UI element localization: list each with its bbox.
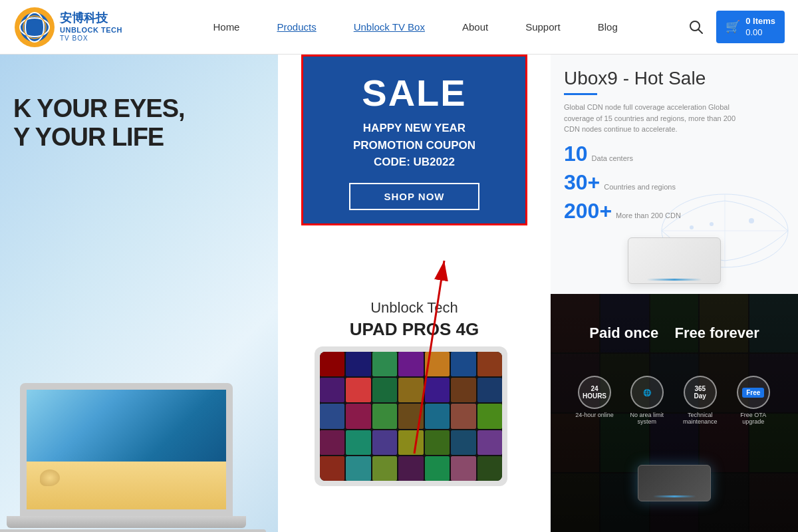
- tablet-cell: [477, 404, 502, 428]
- free-label: Free OTA upgrade: [733, 412, 773, 425]
- cart-items-count: 0 Items: [745, 16, 775, 27]
- tablet-cell: [346, 378, 370, 402]
- hero-line1: K YOUR EYES,: [13, 94, 185, 123]
- logo-text: 安博科技 UNBLOCK TECH TV BOX: [60, 11, 122, 43]
- tablet-cell: [320, 404, 344, 428]
- svg-line-5: [699, 29, 703, 33]
- paid-section: Paid once Free forever 24HOURS 24-hour o…: [551, 294, 798, 532]
- hero-line2: Y YOUR LIFE: [13, 123, 185, 152]
- tablet-cell: [346, 352, 370, 376]
- hero-text: K YOUR EYES, Y YOUR LIFE: [13, 94, 185, 152]
- tablet-cell: [320, 378, 344, 402]
- ubox9-section: Ubox9 - Hot Sale Global CDN node full co…: [551, 55, 798, 294]
- tablet-cell: [398, 404, 423, 428]
- tablet-cell: [477, 352, 502, 376]
- free-badge: Free: [742, 388, 764, 398]
- paid-tv-box-device: [638, 465, 711, 501]
- logo-icon: [13, 6, 56, 49]
- tablet-cell: [372, 456, 397, 481]
- upad-section: Unblock Tech UPAD PROS 4G: [278, 279, 551, 532]
- sale-popup: SALE HAPPY NEW YEARPROMOTION COUPONCODE:…: [301, 55, 527, 225]
- nav: Home Products Unblock TV Box About Suppo…: [146, 0, 684, 55]
- tablet-cell: [451, 404, 475, 428]
- tablet-cell: [372, 430, 397, 455]
- tablet-cell: [398, 430, 423, 455]
- svg-point-11: [749, 218, 754, 223]
- nav-item-unblock-tv-box[interactable]: Unblock TV Box: [335, 0, 444, 55]
- tablet-cell: [320, 456, 344, 481]
- tablet-cell: [477, 430, 502, 455]
- paid-icons: 24HOURS 24-hour online 🌐 No area limit s…: [575, 376, 773, 425]
- search-icon: [688, 19, 704, 35]
- 24h-label: 24-hour online: [575, 412, 614, 418]
- logo-sub-text: TV BOX: [60, 35, 122, 43]
- ubox9-title: Ubox9 - Hot Sale: [564, 68, 785, 89]
- svg-point-2: [25, 13, 44, 42]
- tablet-cell: [398, 352, 423, 376]
- logo[interactable]: 安博科技 UNBLOCK TECH TV BOX: [13, 6, 146, 49]
- ubox9-divider: [564, 93, 597, 95]
- svg-point-12: [710, 222, 714, 226]
- ubox9-description: Global CDN node full coverage accelerati…: [564, 102, 750, 135]
- cart-text: 0 Items 0.00: [745, 16, 775, 39]
- tablet-cell: [477, 456, 502, 481]
- 365-circle: 365Day: [684, 376, 717, 409]
- paid-icon-24h: 24HOURS 24-hour online: [575, 376, 614, 425]
- stat1-label: Data centers: [592, 154, 633, 162]
- shop-now-button[interactable]: SHOP NOW: [349, 183, 479, 210]
- upad-title: Unblock Tech: [370, 299, 458, 317]
- cart-icon: 🛒: [726, 19, 740, 35]
- tablet-cell: [346, 430, 370, 455]
- tablet-cell: [425, 352, 450, 376]
- right-column: Ubox9 - Hot Sale Global CDN node full co…: [551, 55, 798, 532]
- nav-item-home[interactable]: Home: [194, 0, 258, 55]
- tablet-cell: [425, 456, 450, 481]
- paid-title-full: Paid once Free forever: [589, 325, 759, 342]
- cart-price: 0.00: [745, 27, 775, 39]
- 24h-circle: 24HOURS: [578, 376, 611, 409]
- ubox9-stat-1: 10 Data centers: [564, 142, 785, 166]
- upad-image: [315, 346, 514, 493]
- paid-title-block: Paid once Free forever: [589, 325, 759, 342]
- paid-icon-free: Free Free OTA upgrade: [733, 376, 773, 425]
- 365-label: Technical maintenance: [680, 412, 720, 425]
- nav-item-products[interactable]: Products: [258, 0, 334, 55]
- tablet-cell: [372, 404, 397, 428]
- tablet-cell: [451, 430, 475, 455]
- tablet-cell: [372, 352, 397, 376]
- stat1-number: 10: [564, 142, 588, 166]
- header-right: 🛒 0 Items 0.00: [684, 11, 785, 44]
- main-content: K YOUR EYES, Y YOUR LIFE SALE HAPPY NEW …: [0, 55, 798, 532]
- tablet-cell: [477, 378, 502, 402]
- search-button[interactable]: [684, 15, 708, 39]
- nav-item-blog[interactable]: Blog: [579, 0, 636, 55]
- ubox9-device: [628, 237, 721, 284]
- free-circle: Free: [737, 376, 770, 409]
- paid-icon-globe: 🌐 No area limit system: [627, 376, 667, 425]
- logo-cn-text: 安博科技: [60, 11, 122, 26]
- stat2-number: 30+: [564, 170, 600, 195]
- sale-title: SALE: [362, 71, 466, 114]
- tablet-cell: [346, 456, 370, 481]
- tablet-cell: [425, 378, 450, 402]
- tablet-cell: [398, 378, 423, 402]
- tablet-cell: [451, 456, 475, 481]
- header: 安博科技 UNBLOCK TECH TV BOX Home Products U…: [0, 0, 798, 55]
- upad-subtitle: UPAD PROS 4G: [350, 319, 479, 340]
- tablet-cell: [425, 430, 450, 455]
- tablet-cell: [398, 456, 423, 481]
- tablet-cell: [451, 352, 475, 376]
- tablet-cell: [320, 430, 344, 455]
- sale-subtitle: HAPPY NEW YEARPROMOTION COUPONCODE: UB20…: [353, 120, 475, 171]
- stat3-number: 200+: [564, 199, 612, 223]
- nav-item-support[interactable]: Support: [507, 0, 579, 55]
- logo-en-text: UNBLOCK TECH: [60, 26, 122, 35]
- tablet-cell: [320, 352, 344, 376]
- svg-point-13: [690, 225, 694, 229]
- paid-content: Paid once Free forever 24HOURS 24-hour o…: [564, 307, 785, 519]
- laptop-image: [0, 383, 266, 532]
- globe-circle: 🌐: [630, 376, 664, 409]
- tablet-cell: [425, 404, 450, 428]
- nav-item-about[interactable]: About: [444, 0, 507, 55]
- cart-button[interactable]: 🛒 0 Items 0.00: [716, 11, 785, 44]
